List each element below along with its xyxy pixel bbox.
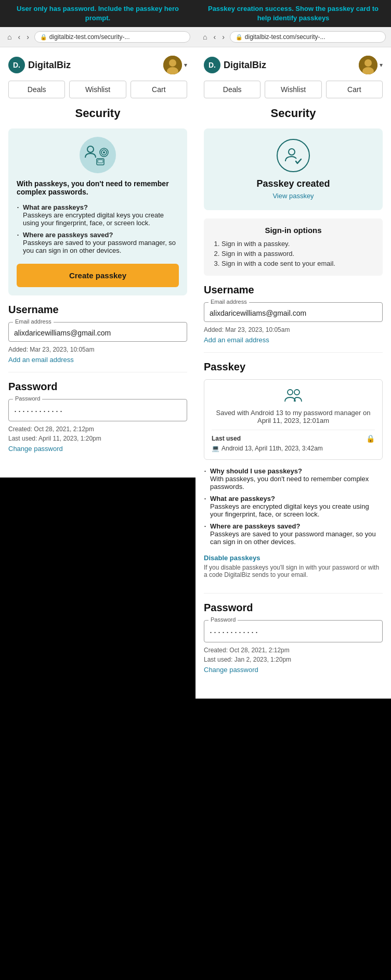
passkey-last-used-device-row: 💻 Android 13, April 11th, 2023, 3:42am <box>212 445 375 452</box>
hero-faq-title-1: What are passkeys? <box>23 203 88 211</box>
left-username-section: Username Email address alixdaricewilliam… <box>8 304 187 372</box>
view-passkey-link[interactable]: View passkey <box>272 192 314 200</box>
svg-point-10 <box>364 59 372 67</box>
left-avatar[interactable] <box>163 56 182 74</box>
right-browser-bar: ⌂ ‹ › 🔒 digitalbiz-test.com/security-... <box>196 27 391 47</box>
passkey-faq-desc-1: With passkeys, you don't need to remembe… <box>210 475 369 491</box>
left-change-password-link[interactable]: Change password <box>8 445 63 453</box>
right-username-title: Username <box>204 284 383 296</box>
sign-in-options-list: Sign in with a passkey. Sign in with a p… <box>212 239 374 268</box>
right-email-value: alixdaricewilliams@gmail.com <box>210 308 377 317</box>
right-password-label: Password <box>208 616 238 623</box>
passkey-last-used-device-text: Android 13, April 11th, 2023, 3:42am <box>221 445 323 452</box>
left-username-title: Username <box>8 304 187 316</box>
left-email-field-group: Email address alixdaricewilliams@gmail.c… <box>8 322 187 342</box>
hero-faq-desc-2: Passkeys are saved to your password mana… <box>23 239 176 254</box>
passkey-faq-title-3: Where are passkeys saved? <box>210 522 300 530</box>
left-email-added-meta: Added: Mar 23, 2023, 10:05am <box>8 346 187 353</box>
right-change-password-link[interactable]: Change password <box>204 666 258 674</box>
right-passkey-title: Passkey <box>204 361 383 373</box>
left-password-label: Password <box>13 395 42 402</box>
sign-in-options-card: Sign-in options Sign in with a passkey. … <box>204 218 383 276</box>
svg-rect-8 <box>98 160 103 163</box>
right-password-dots: ············ <box>210 626 377 638</box>
left-panel: ⌂ ‹ › 🔒 digitalbiz-test.com/security-...… <box>0 27 196 478</box>
left-logo-icon: D. <box>8 57 25 73</box>
svg-point-3 <box>87 146 94 152</box>
hero-faq-desc-1: Passkeys are encrypted digital keys you … <box>23 211 164 227</box>
hero-passkey-icon <box>82 142 113 168</box>
right-add-email-link[interactable]: Add an email address <box>204 336 269 344</box>
passkey-last-used-label: Last used <box>212 435 241 442</box>
right-panel: ⌂ ‹ › 🔒 digitalbiz-test.com/security-...… <box>196 27 391 699</box>
right-banner-text: Passkey creation success. Show the passk… <box>208 5 379 22</box>
left-password-created-meta: Created: Oct 28, 2021, 2:12pm <box>8 425 187 433</box>
right-username-section: Username Email address alixdaricewilliam… <box>204 284 383 353</box>
passkey-card-header: Saved with Android 13 to my password man… <box>212 387 375 424</box>
device-icon: 💻 <box>212 445 219 452</box>
right-password-last-used-meta: Last used: Jan 2, 2023, 1:20pm <box>204 656 383 663</box>
svg-point-6 <box>103 151 105 153</box>
left-url-bar[interactable]: 🔒 digitalbiz-test.com/security-... <box>34 31 190 43</box>
left-password-last-used-meta: Last used: April 11, 2023, 1:20pm <box>8 435 187 442</box>
passkey-created-icon <box>277 139 310 172</box>
passkey-faq-title-2: What are passkeys? <box>210 495 275 502</box>
right-home-button[interactable]: ⌂ <box>201 32 209 42</box>
left-password-field-group: Password ············ <box>8 399 187 421</box>
lock-icon: 🔒 <box>40 34 47 41</box>
left-password-dots: ············ <box>14 405 181 417</box>
left-avatar-area[interactable]: ▾ <box>163 56 187 74</box>
left-nav-buttons: ⌂ ‹ › <box>5 32 31 42</box>
left-logo-area: D. DigitalBiz <box>8 57 71 73</box>
disable-passkeys-desc: If you disable passkeys you'll sign in w… <box>204 564 383 578</box>
right-forward-button[interactable]: › <box>220 32 227 42</box>
back-button[interactable]: ‹ <box>16 32 22 42</box>
right-password-section: Password Password ············ Created: … <box>204 602 383 682</box>
left-page-content: D. DigitalBiz ▾ Dea <box>0 47 196 478</box>
forward-button[interactable]: › <box>24 32 31 42</box>
left-site-header: D. DigitalBiz ▾ <box>8 56 187 74</box>
passkey-faq-title-1: Why should I use passkeys? <box>210 467 302 475</box>
lock-icon-small: 🔒 <box>366 434 375 443</box>
left-password-title: Password <box>8 381 187 393</box>
avatar-chevron-icon: ▾ <box>184 61 187 69</box>
passkey-faq-item-1: Why should I use passkeys? With passkeys… <box>204 465 383 493</box>
right-avatar-area[interactable]: ▾ <box>359 56 383 74</box>
disable-passkeys-link[interactable]: Disable passkeys <box>204 554 383 562</box>
left-email-value: alixdaricewilliams@gmail.com <box>14 328 181 337</box>
passkey-device-text: Saved with Android 13 to my password man… <box>212 409 375 424</box>
two-person-icon <box>283 387 304 406</box>
left-wishlist-tab[interactable]: Wishlist <box>69 81 126 98</box>
create-passkey-button[interactable]: Create passkey <box>17 264 179 287</box>
banners-row: User only has password. Include the pass… <box>0 0 391 27</box>
passkey-created-title: Passkey created <box>212 178 374 189</box>
right-avatar[interactable] <box>359 56 377 74</box>
passkey-device-card: Saved with Android 13 to my password man… <box>204 379 383 460</box>
right-url-bar[interactable]: 🔒 digitalbiz-test.com/security-... <box>230 31 386 43</box>
passkey-created-card: Passkey created View passkey <box>204 128 383 210</box>
left-cart-tab[interactable]: Cart <box>131 81 187 98</box>
left-deals-tab[interactable]: Deals <box>8 81 65 98</box>
left-add-email-link[interactable]: Add an email address <box>8 356 74 364</box>
right-password-title: Password <box>204 602 383 614</box>
right-email-label: Email address <box>208 299 249 305</box>
left-brand-name: DigitalBiz <box>28 60 71 71</box>
right-deals-tab[interactable]: Deals <box>204 81 260 98</box>
right-password-created-meta: Created: Oct 28, 2021, 2:12pm <box>204 647 383 654</box>
right-lock-icon: 🔒 <box>236 34 243 41</box>
right-wishlist-tab[interactable]: Wishlist <box>265 81 321 98</box>
right-banner: Passkey creation success. Show the passk… <box>196 0 391 27</box>
right-page-content: D. DigitalBiz ▾ Dea <box>196 47 391 699</box>
right-brand-name: DigitalBiz <box>224 60 266 71</box>
sign-in-option-2: Sign in with a password. <box>221 249 374 259</box>
hero-faq-list: What are passkeys? Passkeys are encrypte… <box>17 201 179 256</box>
right-email-field-group: Email address alixdaricewilliams@gmail.c… <box>204 302 383 322</box>
right-back-button[interactable]: ‹ <box>211 32 218 42</box>
left-banner: User only has password. Include the pass… <box>0 0 196 27</box>
right-site-header: D. DigitalBiz ▾ <box>204 56 383 74</box>
right-cart-tab[interactable]: Cart <box>326 81 383 98</box>
home-button[interactable]: ⌂ <box>5 32 14 42</box>
left-banner-text: User only has password. Include the pass… <box>17 5 179 22</box>
passkey-person-check-icon <box>283 146 303 165</box>
left-email-label: Email address <box>13 318 54 325</box>
